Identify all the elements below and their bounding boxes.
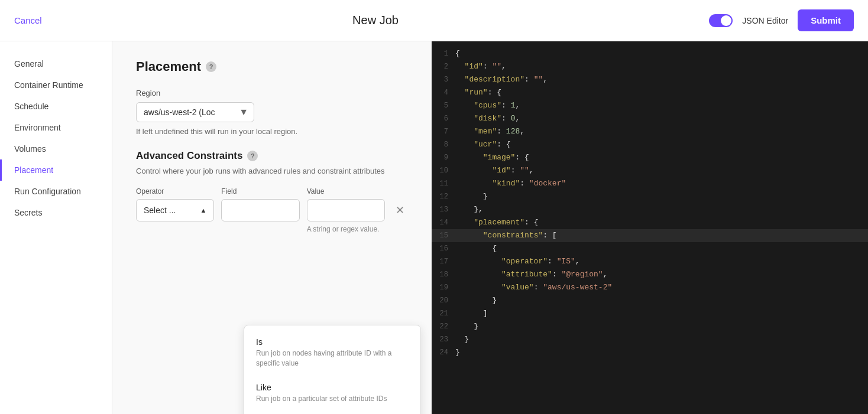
line-number: 5 — [432, 100, 455, 112]
json-line-content: "constraints": [ — [455, 230, 557, 242]
json-line-content: "ucr": { — [455, 139, 511, 151]
json-line-content: }, — [455, 204, 483, 216]
constraint-headers: Operator Select ... ▲ Field Value A stri… — [136, 187, 408, 233]
operator-dropdown: Is Run job on nodes having attribute ID … — [244, 325, 421, 414]
sidebar-item-environment[interactable]: Environment — [0, 117, 112, 138]
json-line-content: "id": "", — [455, 61, 506, 73]
line-number: 6 — [432, 113, 455, 125]
json-line: 18 "attribute": "@region", — [432, 268, 868, 281]
json-line-content: ] — [455, 308, 488, 320]
sidebar-item-volumes[interactable]: Volumes — [0, 138, 112, 159]
json-line-content: "placement": { — [455, 217, 538, 229]
json-line: 10 "id": "", — [432, 164, 868, 177]
line-number: 16 — [432, 243, 455, 255]
placement-content: Placement ? Region aws/us-west-2 (Loc ▼ … — [112, 41, 432, 414]
dropdown-item-like-title: Like — [256, 383, 409, 392]
cancel-button[interactable]: Cancel — [14, 15, 42, 25]
operator-select-button[interactable]: Select ... ▲ — [136, 199, 214, 221]
advanced-constraints-desc: Control where your job runs with advance… — [136, 167, 408, 175]
dropdown-item-unlike[interactable]: Unlike Don't run job on a particular set… — [244, 410, 420, 414]
line-number: 8 — [432, 139, 455, 151]
json-editor-toggle[interactable] — [709, 14, 733, 27]
header: Cancel New Job JSON Editor Submit — [0, 0, 868, 41]
sidebar-item-general[interactable]: General — [0, 53, 112, 74]
json-line-content: } — [455, 334, 469, 345]
value-label: Value — [307, 187, 385, 195]
json-line-content: { — [455, 48, 460, 60]
json-line: 24} — [432, 346, 868, 359]
operator-label: Operator — [136, 187, 214, 195]
sidebar-item-placement[interactable]: Placement — [0, 159, 112, 181]
dropdown-item-is-title: Is — [256, 337, 409, 347]
json-line-content: "mem": 128, — [455, 126, 524, 138]
region-select-wrapper: aws/us-west-2 (Loc ▼ — [136, 102, 254, 122]
line-number: 24 — [432, 347, 455, 358]
line-number: 2 — [432, 61, 455, 73]
json-editor-panel[interactable]: 1{2 "id": "",3 "description": "",4 "run"… — [432, 41, 868, 414]
main-layout: General Container Runtime Schedule Envir… — [0, 41, 868, 414]
json-line-content: } — [455, 347, 460, 358]
json-line: 3 "description": "", — [432, 73, 868, 86]
json-line: 9 "image": { — [432, 151, 868, 164]
dropdown-item-like-desc: Run job on a particular set of attribute… — [256, 394, 409, 404]
line-number: 7 — [432, 126, 455, 138]
placement-help-icon[interactable]: ? — [206, 61, 216, 72]
line-number: 14 — [432, 217, 455, 229]
json-line: 2 "id": "", — [432, 60, 868, 73]
value-hint: A string or regex value. — [307, 225, 385, 233]
line-number: 19 — [432, 282, 455, 294]
json-line-content: "cpus": 1, — [455, 100, 520, 112]
json-line-content: } — [455, 321, 478, 332]
advanced-constraints-title: Advanced Constraints ? — [136, 150, 408, 162]
json-line-content: } — [455, 191, 488, 203]
dropdown-item-is[interactable]: Is Run job on nodes having attribute ID … — [244, 330, 420, 376]
sidebar: General Container Runtime Schedule Envir… — [0, 41, 112, 414]
dropdown-item-is-desc: Run job on nodes having attribute ID wit… — [256, 348, 409, 369]
field-label: Field — [221, 187, 299, 195]
json-editor-label: JSON Editor — [742, 16, 788, 25]
sidebar-item-secrets[interactable]: Secrets — [0, 202, 112, 223]
submit-button[interactable]: Submit — [798, 9, 854, 31]
json-line: 11 "kind": "docker" — [432, 177, 868, 190]
line-number: 21 — [432, 308, 455, 320]
json-line: 23 } — [432, 333, 868, 346]
line-number: 15 — [432, 230, 455, 242]
json-line: 20 } — [432, 294, 868, 307]
line-number: 23 — [432, 334, 455, 345]
line-number: 22 — [432, 321, 455, 332]
json-line: 5 "cpus": 1, — [432, 99, 868, 112]
line-number: 9 — [432, 152, 455, 164]
line-number: 4 — [432, 87, 455, 99]
line-number: 10 — [432, 165, 455, 177]
page-title: New Job — [352, 14, 399, 27]
dropdown-item-like[interactable]: Like Run job on a particular set of attr… — [244, 376, 420, 411]
line-number: 11 — [432, 178, 455, 190]
json-line: 14 "placement": { — [432, 216, 868, 229]
json-line-content: } — [455, 295, 497, 307]
json-line: 21 ] — [432, 307, 868, 320]
json-line-content: { — [455, 243, 497, 255]
json-line: 17 "operator": "IS", — [432, 255, 868, 268]
json-line: 7 "mem": 128, — [432, 125, 868, 138]
advanced-help-icon[interactable]: ? — [247, 151, 258, 161]
header-right: JSON Editor Submit — [709, 9, 854, 31]
value-input[interactable] — [307, 199, 385, 221]
sidebar-item-container-runtime[interactable]: Container Runtime — [0, 74, 112, 96]
region-select[interactable]: aws/us-west-2 (Loc — [136, 102, 254, 122]
json-line: 15 "constraints": [ — [432, 229, 868, 242]
json-line: 6 "disk": 0, — [432, 112, 868, 125]
sidebar-item-schedule[interactable]: Schedule — [0, 96, 112, 117]
json-line: 1{ — [432, 47, 868, 60]
sidebar-item-run-configuration[interactable]: Run Configuration — [0, 181, 112, 202]
line-number: 18 — [432, 269, 455, 281]
line-number: 17 — [432, 256, 455, 268]
json-line: 22 } — [432, 320, 868, 333]
line-number: 3 — [432, 74, 455, 86]
remove-constraint-button[interactable]: ✕ — [392, 200, 408, 220]
json-line-content: "kind": "docker" — [455, 178, 566, 190]
region-label: Region — [136, 89, 408, 97]
operator-chevron-icon: ▲ — [200, 207, 206, 214]
json-line: 12 } — [432, 190, 868, 203]
json-line-content: "attribute": "@region", — [455, 269, 607, 281]
field-input[interactable] — [221, 199, 299, 221]
